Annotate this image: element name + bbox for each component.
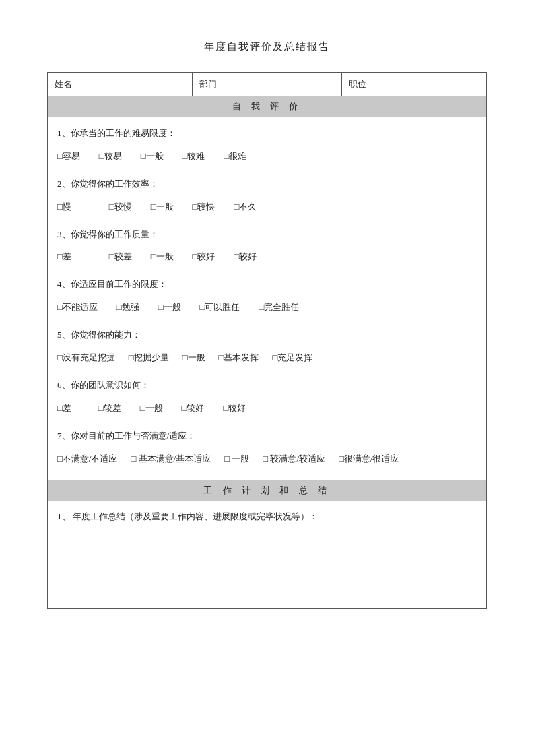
self-eval-content-cell: 1、你承当的工作的难易限度： □容易 □较易 □一般 □较难 □很难 2、你觉得… <box>48 117 487 480</box>
question-5-title: 5、你觉得你的能力： <box>57 328 477 342</box>
question-7: 7、你对目前的工作与否满意/适应： □不满意/不适应 □ 基本满意/基本适应 □… <box>57 429 477 468</box>
page-title: 年度自我评价及总结报告 <box>47 40 487 53</box>
q4-opt1: □不能适应 <box>57 298 98 316</box>
q7-opt2: □ 基本满意/基本适应 <box>131 450 211 468</box>
q4-opt4: □可以胜任 <box>200 298 240 316</box>
name-cell: 姓名 <box>48 73 193 96</box>
question-4-title: 4、你适应目前工作的限度： <box>57 278 477 292</box>
main-table: 姓名 部门 职位 自 我 评 价 1、你承当的工作的难易限度： <box>47 72 487 609</box>
dept-label: 部门 <box>199 79 217 89</box>
q7-opt1: □不满意/不适应 <box>57 450 117 468</box>
q6-opt3: □一般 <box>140 400 163 417</box>
question-1-title: 1、你承当的工作的难易限度： <box>57 127 477 141</box>
q7-opt5: □很满意/很适应 <box>339 450 399 468</box>
q6-opt1: □差 <box>57 400 71 417</box>
name-label: 姓名 <box>55 79 72 89</box>
q3-opt2: □较差 <box>109 248 132 265</box>
q6-opt5: □较好 <box>223 400 246 417</box>
question-1: 1、你承当的工作的难易限度： □容易 □较易 □一般 □较难 □很难 <box>57 127 477 165</box>
question-3: 3、你觉得你的工作质量： □差 □较差 □一般 □较好 □较好 <box>57 228 477 266</box>
q2-opt1: □慢 <box>57 198 71 216</box>
question-2: 2、你觉得你的工作效率： □慢 □较慢 □一般 □较快 □不久 <box>57 177 477 216</box>
work-summary-row: 1、 年度工作总结（涉及重要工作内容、进展限度或完毕状况等）： <box>48 501 487 608</box>
q1-opt5: □很难 <box>224 148 246 165</box>
q2-opt4: □较快 <box>193 198 215 216</box>
q1-opt1: □容易 <box>57 148 80 165</box>
question-2-options: □慢 □较慢 □一般 □较快 □不久 <box>57 198 477 216</box>
position-cell: 职位 <box>341 73 486 96</box>
q3-opt4: □较好 <box>193 248 215 265</box>
q4-opt3: □一般 <box>158 298 181 316</box>
work-summary-cell: 1、 年度工作总结（涉及重要工作内容、进展限度或完毕状况等）： <box>48 501 487 608</box>
self-eval-section-header: 自 我 评 价 <box>48 96 487 117</box>
q6-opt4: □较好 <box>182 400 205 417</box>
work-plan-header-row: 工 作 计 划 和 总 结 <box>48 480 487 501</box>
question-7-options: □不满意/不适应 □ 基本满意/基本适应 □ 一般 □ 较满意/较适应 □很满意… <box>57 450 477 468</box>
question-5: 5、你觉得你的能力： □没有充足挖掘 □挖掘少量 □一般 □基本发挥 □充足发挥 <box>57 328 477 367</box>
question-4-options: □不能适应 □勉强 □一般 □可以胜任 □完全胜任 <box>57 298 477 316</box>
q2-opt5: □不久 <box>234 198 257 216</box>
work-plan-section-header: 工 作 计 划 和 总 结 <box>48 480 487 501</box>
question-7-title: 7、你对目前的工作与否满意/适应： <box>57 429 477 443</box>
q4-opt2: □勉强 <box>116 298 139 316</box>
question-3-options: □差 □较差 □一般 □较好 □较好 <box>57 248 477 265</box>
q3-opt5: □较好 <box>234 248 257 265</box>
q5-opt3: □一般 <box>182 349 205 367</box>
dept-cell: 部门 <box>193 73 342 96</box>
page: 年度自我评价及总结报告 姓名 部门 职位 自 我 评 价 1、你承 <box>0 0 534 756</box>
q5-opt4: □基本发挥 <box>219 349 259 367</box>
question-1-options: □容易 □较易 □一般 □较难 □很难 <box>57 148 477 165</box>
self-eval-content-row: 1、你承当的工作的难易限度： □容易 □较易 □一般 □较难 □很难 2、你觉得… <box>48 117 487 480</box>
q1-opt4: □较难 <box>182 148 205 165</box>
question-3-title: 3、你觉得你的工作质量： <box>57 228 477 242</box>
q1-opt2: □较易 <box>99 148 122 165</box>
question-6-options: □差 □较差 □一般 □较好 □较好 <box>57 400 477 417</box>
question-6: 6、你的团队意识如何： □差 □较差 □一般 □较好 □较好 <box>57 379 477 417</box>
q2-opt2: □较慢 <box>109 198 132 216</box>
q6-opt2: □较差 <box>98 400 121 417</box>
question-2-title: 2、你觉得你的工作效率： <box>57 177 477 191</box>
question-4: 4、你适应目前工作的限度： □不能适应 □勉强 □一般 □可以胜任 □完全胜任 <box>57 278 477 316</box>
q5-opt1: □没有充足挖掘 <box>57 349 115 367</box>
q1-opt3: □一般 <box>141 148 164 165</box>
q2-opt3: □一般 <box>151 198 174 216</box>
q5-opt5: □充足发挥 <box>272 349 312 367</box>
position-label: 职位 <box>349 79 366 89</box>
q5-opt2: □挖掘少量 <box>129 349 169 367</box>
info-row: 姓名 部门 职位 <box>48 73 487 96</box>
q3-opt1: □差 <box>57 248 71 265</box>
summary-title: 1、 年度工作总结（涉及重要工作内容、进展限度或完毕状况等）： <box>57 511 477 523</box>
q7-opt4: □ 较满意/较适应 <box>263 450 325 468</box>
q7-opt3: □ 一般 <box>224 450 249 468</box>
question-5-options: □没有充足挖掘 □挖掘少量 □一般 □基本发挥 □充足发挥 <box>57 349 477 367</box>
question-6-title: 6、你的团队意识如何： <box>57 379 477 393</box>
q3-opt3: □一般 <box>151 248 174 265</box>
self-eval-header-row: 自 我 评 价 <box>48 96 487 117</box>
q4-opt5: □完全胜任 <box>259 298 299 316</box>
